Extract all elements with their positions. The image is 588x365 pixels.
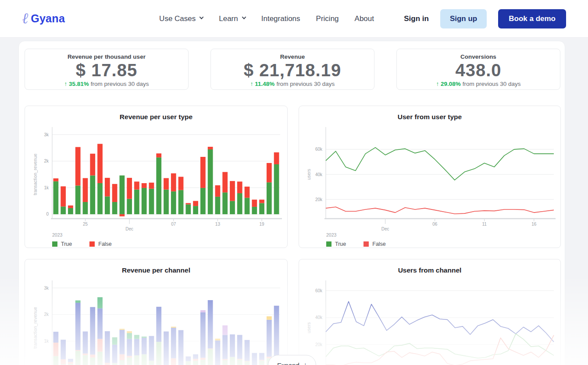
svg-text:users: users [306, 322, 311, 333]
svg-text:2k: 2k [44, 312, 49, 317]
svg-text:20k: 20k [315, 197, 323, 202]
legend-label: False [98, 241, 112, 247]
nav-use-cases-label: Use Cases [159, 14, 196, 23]
nav-pricing-label: Pricing [316, 14, 339, 23]
chevron-down-icon [242, 15, 246, 19]
legend-swatch-icon [326, 241, 331, 247]
dashboard-container: Revenue per thousand user $ 17.85 ↑ 35.8… [18, 41, 565, 365]
logo-text: Gyana [31, 12, 65, 25]
kpi-title: Conversions [397, 53, 560, 60]
page: ℓ Gyana Use Cases Learn Integrations Pri… [0, 0, 588, 365]
kpi-title: Revenue [211, 53, 374, 60]
kpi-change: ↑ 29.08%from previous 30 days [397, 81, 560, 87]
down-arrow-icon: ↓ [303, 361, 307, 365]
nav-use-cases[interactable]: Use Cases [159, 14, 203, 23]
nav-about-label: About [355, 14, 374, 23]
kpi-row: Revenue per thousand user $ 17.85 ↑ 35.8… [25, 49, 560, 90]
svg-text:60k: 60k [315, 288, 323, 293]
nav-learn-label: Learn [219, 14, 238, 23]
chart-card-revenue-per-channel: Revenue per channel 01k2k3k25Dec071319tr… [25, 259, 288, 365]
chart-legend: TrueFalse [52, 241, 287, 247]
kpi-card-conversions: Conversions 438.0 ↑ 29.08%from previous … [396, 49, 560, 90]
kpi-change-percent: 35.81% [69, 81, 89, 87]
kpi-change-suffix: from previous 30 days [276, 81, 335, 87]
svg-text:Dec: Dec [125, 227, 133, 230]
kpi-change-suffix: from previous 30 days [463, 81, 521, 87]
legend-label: False [372, 241, 386, 247]
kpi-change: ↑ 11.48%from previous 30 days [211, 81, 374, 87]
svg-text:16: 16 [531, 222, 537, 227]
gyana-logo-icon: ℓ [22, 11, 28, 25]
kpi-value: $ 17.85 [25, 60, 188, 80]
chart-year-label: 2023 [326, 232, 560, 237]
nav-integrations[interactable]: Integrations [261, 14, 300, 23]
svg-text:Dec: Dec [381, 227, 389, 230]
svg-text:3k: 3k [44, 286, 49, 291]
svg-text:25: 25 [83, 222, 88, 227]
svg-text:19: 19 [260, 222, 265, 227]
up-arrow-icon: ↑ [64, 81, 67, 87]
chart-legend: TrueFalse [326, 241, 560, 247]
kpi-value: $ 21,718.19 [211, 60, 374, 80]
up-arrow-icon: ↑ [250, 81, 253, 87]
kpi-card-revenue-per-thousand-user: Revenue per thousand user $ 17.85 ↑ 35.8… [25, 49, 189, 90]
sign-in-link[interactable]: Sign in [404, 14, 429, 23]
chart-title: Users from channel [299, 259, 560, 274]
up-arrow-icon: ↑ [436, 81, 439, 87]
svg-text:transaction_revenue: transaction_revenue [32, 153, 38, 195]
nav-about[interactable]: About [355, 14, 374, 23]
nav-pricing[interactable]: Pricing [316, 14, 339, 23]
legend-label: True [61, 241, 72, 247]
svg-text:3k: 3k [44, 132, 49, 137]
kpi-change-percent: 11.48% [255, 81, 274, 87]
svg-text:11: 11 [482, 222, 487, 227]
legend-item[interactable]: True [52, 241, 72, 247]
svg-text:0: 0 [46, 212, 49, 216]
chart-title: Revenue per channel [25, 259, 287, 274]
svg-text:users: users [306, 169, 311, 180]
legend-item[interactable]: False [363, 241, 386, 247]
nav-integrations-label: Integrations [261, 14, 300, 23]
legend-label: True [335, 241, 346, 247]
expand-button-label: Expand [277, 361, 299, 365]
legend-item[interactable]: True [326, 241, 346, 247]
svg-text:20k: 20k [315, 342, 323, 347]
chevron-down-icon [200, 15, 204, 19]
chart-card-users-from-channel: Users from channel 20k40k60k25Dec071319u… [299, 259, 561, 365]
nav-learn[interactable]: Learn [219, 14, 245, 23]
chart-card-revenue-per-user-type: Revenue per user type 01k2k3k25Dec071319… [25, 106, 288, 248]
kpi-change-suffix: from previous 30 days [91, 81, 149, 87]
auth-actions: Sign in Sign up Book a demo [404, 9, 566, 28]
kpi-change: ↑ 35.81%from previous 30 days [25, 81, 188, 87]
svg-text:transaction_revenue: transaction_revenue [32, 307, 38, 348]
kpi-card-revenue: Revenue $ 21,718.19 ↑ 11.48%from previou… [210, 49, 374, 90]
kpi-title: Revenue per thousand user [25, 53, 188, 60]
svg-text:60k: 60k [315, 147, 323, 152]
svg-text:06: 06 [432, 222, 438, 227]
svg-text:1k: 1k [44, 339, 49, 344]
chart-title: Revenue per user type [25, 106, 287, 121]
kpi-change-percent: 29.08% [441, 81, 461, 87]
chart-year-label: 2023 [52, 232, 287, 237]
svg-text:13: 13 [215, 222, 221, 227]
legend-swatch-icon [89, 241, 95, 247]
svg-text:07: 07 [171, 222, 176, 227]
main-nav: Use Cases Learn Integrations Pricing Abo… [159, 14, 374, 23]
site-header: ℓ Gyana Use Cases Learn Integrations Pri… [0, 0, 588, 38]
legend-swatch-icon [52, 241, 57, 247]
sign-up-button[interactable]: Sign up [440, 9, 487, 28]
svg-text:1k: 1k [44, 185, 49, 190]
user-from-user-type-chart: 20k40k60kDec061116users [302, 124, 558, 230]
gyana-logo[interactable]: ℓ Gyana [22, 11, 65, 26]
legend-swatch-icon [363, 241, 369, 247]
book-demo-button[interactable]: Book a demo [498, 9, 566, 28]
svg-text:2k: 2k [44, 159, 49, 163]
expand-button[interactable]: Expand ↓ [268, 355, 316, 365]
chart-title: User from user type [299, 106, 560, 121]
svg-text:40k: 40k [315, 172, 323, 177]
legend-item[interactable]: False [89, 241, 112, 247]
chart-card-user-from-user-type: User from user type 20k40k60kDec061116us… [299, 106, 561, 248]
revenue-per-channel-chart: 01k2k3k25Dec071319transaction_revenue [28, 277, 284, 365]
users-from-channel-chart: 20k40k60k25Dec071319users [302, 277, 558, 365]
revenue-per-user-type-chart: 01k2k3k25Dec071319transaction_revenue [28, 124, 284, 230]
